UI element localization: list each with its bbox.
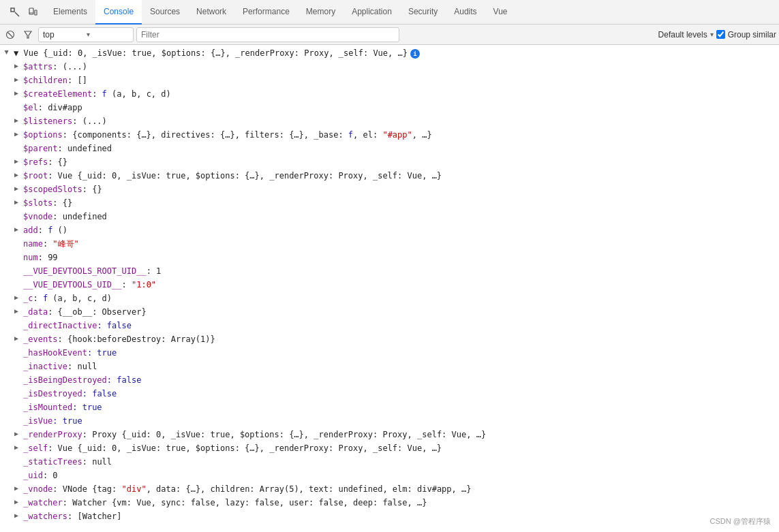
expand-arrow-icon[interactable]: ▶	[12, 89, 20, 98]
line-text: _events: {hook:beforeDestroy: Array(1)}	[23, 333, 775, 345]
console-output: ▶▼ Vue {_uid: 0, _isVue: true, $options:…	[0, 45, 779, 532]
group-similar-checkbox[interactable]	[716, 30, 725, 39]
console-line: name: "峰哥"	[0, 237, 779, 251]
expand-arrow-icon[interactable]: ▶	[12, 484, 20, 493]
filter-input[interactable]	[136, 27, 399, 42]
console-line: ▶_watchers: [Watcher]	[0, 510, 779, 523]
console-line: ▶$root: Vue {_uid: 0, _isVue: true, $opt…	[0, 169, 779, 183]
default-levels-dropdown[interactable]: Default levels ▾	[658, 30, 714, 40]
line-text: __VUE_DEVTOOLS_UID__: "1:0"	[23, 279, 775, 291]
line-text: $attrs: (...)	[23, 61, 775, 73]
line-text: _directInactive: false	[23, 319, 775, 332]
expand-arrow-icon[interactable]: ▶	[12, 157, 20, 166]
group-similar-label[interactable]: Group similar	[728, 30, 776, 40]
line-text: _uid: 0	[23, 469, 775, 482]
tab-audits[interactable]: Audits	[446, 0, 485, 25]
tab-elements[interactable]: Elements	[45, 0, 95, 25]
console-line: ▶$options: {components: {…}, directives:…	[0, 128, 779, 142]
toolbar-icons	[3, 0, 45, 24]
expand-arrow-icon[interactable]: ▶	[2, 48, 12, 57]
expand-arrow-icon[interactable]: ▶	[12, 184, 20, 193]
line-text: $refs: {}	[23, 156, 775, 168]
line-text: _isBeingDestroyed: false	[23, 374, 775, 386]
expand-arrow-icon[interactable]: ▶	[12, 170, 20, 180]
tab-application[interactable]: Application	[343, 0, 400, 25]
inspect-icon[interactable]	[7, 4, 23, 20]
console-line: _hasHookEvent: true	[0, 346, 779, 360]
svg-rect-2	[35, 10, 37, 15]
expand-arrow-icon[interactable]: ▶	[12, 61, 20, 71]
line-text: $el: div#app	[23, 101, 775, 114]
tab-sources[interactable]: Sources	[142, 0, 188, 25]
line-text: _isMounted: true	[23, 401, 775, 413]
console-line: $parent: undefined	[0, 142, 779, 155]
console-line: _isDestroyed: false	[0, 387, 779, 401]
line-text: _c: f (a, b, c, d)	[23, 292, 775, 304]
expand-arrow-icon[interactable]: ▶	[12, 129, 20, 139]
line-text: _vnode: VNode {tag: "div", data: {…}, ch…	[23, 483, 775, 495]
expand-arrow-icon[interactable]: ▶	[12, 307, 20, 316]
info-icon[interactable]: i	[410, 49, 420, 59]
line-text: add: f ()	[23, 224, 775, 236]
line-text: _data: {__ob__: Observer}	[23, 306, 775, 318]
svg-line-5	[8, 32, 13, 37]
tab-memory[interactable]: Memory	[298, 0, 343, 25]
expand-arrow-icon[interactable]: ▶	[12, 334, 20, 343]
console-line: ▶$children: []	[0, 74, 779, 87]
filter-icon[interactable]	[20, 27, 35, 42]
tab-vue[interactable]: Vue	[485, 0, 516, 25]
console-line: ▶$refs: {}	[0, 155, 779, 169]
line-text: _watcher: Watcher {vm: Vue, sync: false,…	[23, 497, 775, 509]
console-line: ▶$listeners: (...)	[0, 114, 779, 128]
line-text: _renderProxy: Proxy {_uid: 0, _isVue: tr…	[23, 428, 775, 441]
console-line: $vnode: undefined	[0, 210, 779, 223]
expand-arrow-icon[interactable]: ▶	[12, 511, 20, 520]
tab-security[interactable]: Security	[400, 0, 446, 25]
console-line: ▶add: f ()	[0, 223, 779, 237]
console-line: ▶_vnode: VNode {tag: "div", data: {…}, c…	[0, 482, 779, 496]
clear-console-button[interactable]	[3, 27, 18, 42]
console-line: $el: div#app	[0, 101, 779, 114]
expand-arrow-icon[interactable]: ▶	[12, 497, 20, 507]
context-selector[interactable]: top ▾	[38, 27, 134, 42]
device-toggle-icon[interactable]	[25, 4, 41, 20]
line-text: _isDestroyed: false	[23, 388, 775, 400]
line-text: $root: Vue {_uid: 0, _isVue: true, $opti…	[23, 170, 775, 182]
expand-arrow-icon[interactable]: ▶	[12, 116, 20, 125]
console-line: __VUE_DEVTOOLS_ROOT_UID__: 1	[0, 264, 779, 278]
expand-arrow-icon[interactable]: ▶	[12, 429, 20, 439]
tab-network[interactable]: Network	[188, 0, 234, 25]
console-line: ▶$slots: {}	[0, 196, 779, 210]
tab-performance[interactable]: Performance	[234, 0, 298, 25]
expand-arrow-icon[interactable]: ▶	[12, 443, 20, 452]
expand-arrow-icon[interactable]: ▶	[12, 293, 20, 302]
line-text: $slots: {}	[23, 197, 775, 209]
console-line: ▶_watcher: Watcher {vm: Vue, sync: false…	[0, 496, 779, 510]
line-text: $createElement: f (a, b, c, d)	[23, 88, 775, 100]
console-line: _isMounted: true	[0, 401, 779, 414]
line-text: _inactive: null	[23, 360, 775, 373]
line-text: $children: []	[23, 74, 775, 87]
console-line: ▶$createElement: f (a, b, c, d)	[0, 87, 779, 101]
console-line: ▶_self: Vue {_uid: 0, _isVue: true, $opt…	[0, 441, 779, 455]
console-line: _isBeingDestroyed: false	[0, 373, 779, 387]
tab-console[interactable]: Console	[95, 0, 142, 25]
console-line: __VUE_DEVTOOLS_UID__: "1:0"	[0, 278, 779, 292]
expand-arrow-icon[interactable]: ▶	[12, 198, 20, 207]
expand-arrow-icon[interactable]: ▶	[12, 75, 20, 84]
line-text: _watchers: [Watcher]	[23, 510, 775, 522]
svg-rect-1	[29, 8, 33, 14]
console-line: ▶_events: {hook:beforeDestroy: Array(1)}	[0, 332, 779, 346]
line-text: name: "峰哥"	[23, 238, 775, 250]
line-text: $vnode: undefined	[23, 210, 775, 223]
console-line: _isVue: true	[0, 414, 779, 428]
console-line: num: 99	[0, 251, 779, 264]
console-line: ▶_c: f (a, b, c, d)	[0, 292, 779, 305]
console-line: _staticTrees: null	[0, 455, 779, 469]
line-text: _staticTrees: null	[23, 456, 775, 468]
console-line: ▶_data: {__ob__: Observer}	[0, 305, 779, 319]
console-line: ▶▼ Vue {_uid: 0, _isVue: true, $options:…	[0, 46, 779, 60]
group-similar-checkbox-wrapper[interactable]: Group similar	[716, 30, 776, 40]
expand-arrow-icon[interactable]: ▶	[12, 225, 20, 234]
context-chevron-icon: ▾	[87, 31, 130, 38]
